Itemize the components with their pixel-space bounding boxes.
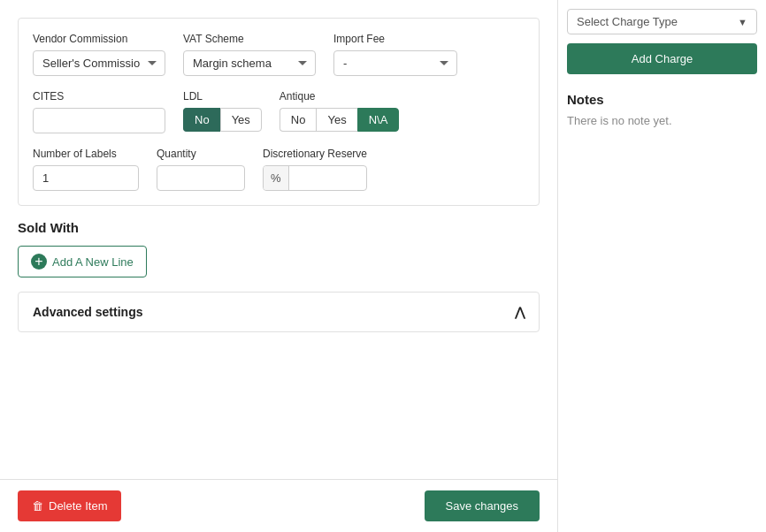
ldl-yes-button[interactable]: Yes [220, 108, 262, 132]
chevron-up-icon: ⋀ [515, 305, 525, 319]
delete-item-button[interactable]: 🗑 Delete Item [18, 490, 121, 521]
percent-prefix: % [264, 166, 289, 190]
add-new-line-button[interactable]: + Add A New Line [18, 246, 147, 277]
add-charge-label: Add Charge [632, 52, 693, 65]
antique-group: Antique No Yes N\A [280, 90, 400, 133]
form-row-2: CITES LDL No Yes Antique No Yes N\A [33, 90, 525, 133]
ldl-group: LDL No Yes [183, 90, 262, 133]
discretionary-reserve-input[interactable] [289, 166, 351, 190]
import-fee-group: Import Fee - [333, 33, 457, 76]
sold-with-title: Sold With [18, 220, 540, 235]
quantity-input[interactable] [157, 165, 245, 191]
right-panel: Select Charge Type ▼ Add Charge Notes Th… [557, 0, 766, 532]
vendor-commission-group: Vendor Commission Seller's Commissio [33, 33, 165, 76]
sold-with-section: Sold With + Add A New Line [18, 220, 540, 277]
antique-na-button[interactable]: N\A [357, 108, 400, 132]
advanced-settings-header[interactable]: Advanced settings ⋀ [19, 293, 539, 331]
import-fee-label: Import Fee [333, 33, 457, 45]
notes-title: Notes [567, 92, 757, 107]
cites-label: CITES [33, 90, 165, 103]
select-charge-dropdown[interactable]: Select Charge Type ▼ [567, 9, 757, 34]
antique-yes-button[interactable]: Yes [316, 108, 356, 132]
delete-label: Delete Item [49, 499, 107, 513]
vat-scheme-group: VAT Scheme Margin schema [183, 33, 316, 76]
form-section: Vendor Commission Seller's Commissio VAT… [18, 18, 540, 206]
select-charge-text: Select Charge Type [577, 15, 678, 28]
form-row-1: Vendor Commission Seller's Commissio VAT… [33, 33, 525, 76]
main-area: Vendor Commission Seller's Commissio VAT… [0, 0, 557, 532]
import-fee-select[interactable]: - [333, 50, 457, 76]
number-of-labels-label: Number of Labels [33, 148, 139, 160]
discretionary-reserve-label: Discretionary Reserve [263, 148, 367, 160]
advanced-settings: Advanced settings ⋀ [18, 292, 540, 332]
number-of-labels-input[interactable] [33, 165, 139, 191]
add-charge-button[interactable]: Add Charge [567, 43, 757, 74]
add-line-label: Add A New Line [52, 255, 134, 269]
antique-label: Antique [280, 90, 400, 103]
cites-group: CITES [33, 90, 165, 133]
vat-scheme-label: VAT Scheme [183, 33, 316, 45]
ldl-btn-group: No Yes [183, 108, 262, 132]
vendor-commission-label: Vendor Commission [33, 33, 165, 45]
action-bar: 🗑 Delete Item Save changes [0, 479, 557, 532]
antique-btn-group: No Yes N\A [280, 108, 400, 132]
notes-text: There is no note yet. [567, 114, 757, 127]
quantity-group: Quantity [157, 148, 245, 191]
number-of-labels-group: Number of Labels [33, 148, 139, 191]
antique-no-button[interactable]: No [280, 108, 317, 132]
quantity-label: Quantity [157, 148, 245, 160]
discretionary-reserve-group: Discretionary Reserve % [263, 148, 367, 191]
percent-input-wrap: % [263, 165, 367, 191]
plus-icon: + [31, 254, 47, 270]
advanced-settings-label: Advanced settings [33, 305, 142, 319]
vendor-commission-select[interactable]: Seller's Commissio [33, 50, 165, 76]
vat-scheme-select[interactable]: Margin schema [183, 50, 316, 76]
form-row-3: Number of Labels Quantity Discretionary … [33, 148, 525, 191]
ldl-no-button[interactable]: No [183, 108, 220, 132]
chevron-down-icon: ▼ [738, 17, 747, 27]
save-label: Save changes [446, 499, 518, 513]
save-changes-button[interactable]: Save changes [425, 490, 540, 521]
ldl-label: LDL [183, 90, 262, 103]
cites-input[interactable] [33, 108, 165, 133]
trash-icon: 🗑 [32, 499, 43, 513]
